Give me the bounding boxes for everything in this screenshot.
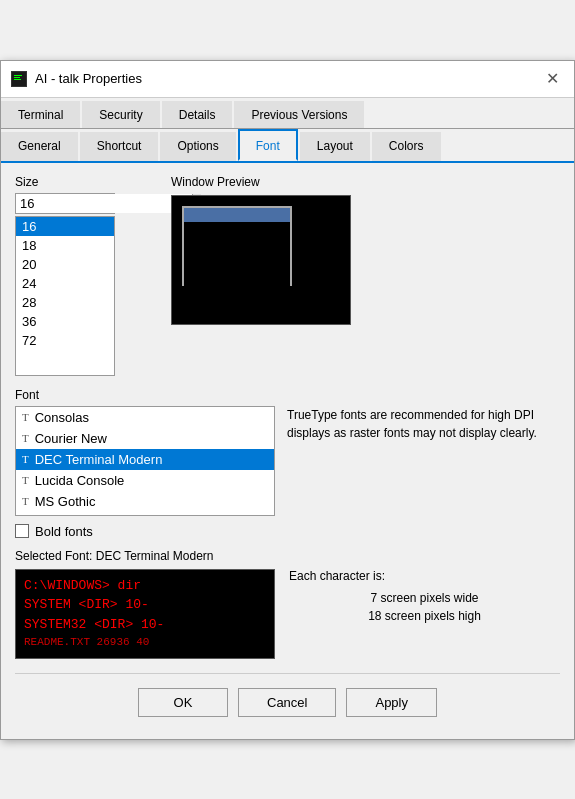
tab-options[interactable]: Options bbox=[160, 132, 235, 161]
font-name-courier-new: Courier New bbox=[35, 431, 107, 446]
window-preview-box bbox=[171, 195, 351, 325]
font-preview-box: C:\WINDOWS> dir SYSTEM <DIR> 10- SYSTEM3… bbox=[15, 569, 275, 659]
size-list[interactable]: 16 18 20 24 28 36 72 bbox=[15, 216, 115, 376]
font-type-icon: T bbox=[22, 453, 29, 465]
font-section: Font T Consolas T Courier New T DEC Term… bbox=[15, 388, 560, 539]
cancel-button[interactable]: Cancel bbox=[238, 688, 336, 717]
tab-details[interactable]: Details bbox=[162, 101, 233, 128]
svg-rect-1 bbox=[14, 75, 22, 76]
char-info-title: Each character is: bbox=[289, 569, 560, 583]
tab-shortcut[interactable]: Shortcut bbox=[80, 132, 159, 161]
font-item-dec-terminal[interactable]: T DEC Terminal Modern bbox=[16, 449, 274, 470]
tab-general[interactable]: General bbox=[1, 132, 78, 161]
tabs-row1: Terminal Security Details Previous Versi… bbox=[1, 98, 574, 129]
tabs-row2: General Shortcut Options Font Layout Col… bbox=[1, 129, 574, 163]
content-area: Size ▲▼ 16 18 20 24 28 36 72 Window Prev… bbox=[1, 163, 574, 739]
close-button[interactable]: ✕ bbox=[540, 67, 564, 91]
top-sections: Size ▲▼ 16 18 20 24 28 36 72 Window Prev… bbox=[15, 175, 560, 376]
font-type-icon: T bbox=[22, 495, 29, 507]
font-section-label: Font bbox=[15, 388, 560, 402]
preview-line-2: SYSTEM <DIR> 10- bbox=[24, 595, 266, 615]
size-input-row: ▲▼ bbox=[15, 193, 115, 214]
font-name-dec-terminal: DEC Terminal Modern bbox=[35, 452, 163, 467]
size-input[interactable] bbox=[16, 194, 192, 213]
size-list-item-72[interactable]: 72 bbox=[16, 331, 114, 350]
selected-font-area: C:\WINDOWS> dir SYSTEM <DIR> 10- SYSTEM3… bbox=[15, 569, 560, 659]
size-list-item-24[interactable]: 24 bbox=[16, 274, 114, 293]
button-row: OK Cancel Apply bbox=[15, 673, 560, 727]
font-item-consolas[interactable]: T Consolas bbox=[16, 407, 274, 428]
bold-fonts-checkbox[interactable] bbox=[15, 524, 29, 538]
window-title: AI - talk Properties bbox=[35, 71, 142, 86]
size-label: Size bbox=[15, 175, 155, 189]
char-height: 18 screen pixels high bbox=[289, 609, 560, 623]
font-item-lucida-console[interactable]: T Lucida Console bbox=[16, 470, 274, 491]
size-list-item-20[interactable]: 20 bbox=[16, 255, 114, 274]
preview-line-4: README.TXT 26936 40 bbox=[24, 634, 266, 651]
font-name-ms-gothic: MS Gothic bbox=[35, 494, 96, 509]
preview-line-3: SYSTEM32 <DIR> 10- bbox=[24, 615, 266, 635]
svg-rect-2 bbox=[14, 77, 20, 78]
title-bar: AI - talk Properties ✕ bbox=[1, 61, 574, 98]
char-info: Each character is: 7 screen pixels wide … bbox=[289, 569, 560, 659]
tab-previous-versions[interactable]: Previous Versions bbox=[234, 101, 364, 128]
bold-fonts-row: Bold fonts bbox=[15, 524, 560, 539]
svg-rect-3 bbox=[14, 79, 21, 80]
size-list-item-28[interactable]: 28 bbox=[16, 293, 114, 312]
apply-button[interactable]: Apply bbox=[346, 688, 437, 717]
preview-window-body bbox=[184, 222, 290, 286]
preview-inner-window bbox=[182, 206, 292, 286]
window-preview-label: Window Preview bbox=[171, 175, 560, 189]
app-icon bbox=[11, 71, 27, 87]
tab-layout[interactable]: Layout bbox=[300, 132, 370, 161]
tab-security[interactable]: Security bbox=[82, 101, 159, 128]
font-type-icon: T bbox=[22, 411, 29, 423]
selected-font-label: Selected Font: DEC Terminal Modern bbox=[15, 549, 560, 563]
tab-colors[interactable]: Colors bbox=[372, 132, 441, 161]
font-hint-text: TrueType fonts are recommended for high … bbox=[287, 406, 560, 516]
properties-window: AI - talk Properties ✕ Terminal Security… bbox=[0, 60, 575, 740]
font-list[interactable]: T Consolas T Courier New T DEC Terminal … bbox=[15, 406, 275, 516]
title-bar-left: AI - talk Properties bbox=[11, 71, 142, 87]
preview-line-1: C:\WINDOWS> dir bbox=[24, 576, 266, 596]
tab-font[interactable]: Font bbox=[238, 129, 298, 161]
char-width: 7 screen pixels wide bbox=[289, 591, 560, 605]
ok-button[interactable]: OK bbox=[138, 688, 228, 717]
font-area: T Consolas T Courier New T DEC Terminal … bbox=[15, 406, 560, 516]
size-section: Size ▲▼ 16 18 20 24 28 36 72 bbox=[15, 175, 155, 376]
font-item-ms-gothic[interactable]: T MS Gothic bbox=[16, 491, 274, 512]
size-list-item-16[interactable]: 16 bbox=[16, 217, 114, 236]
font-type-icon: T bbox=[22, 432, 29, 444]
size-list-item-36[interactable]: 36 bbox=[16, 312, 114, 331]
selected-font-section: Selected Font: DEC Terminal Modern C:\WI… bbox=[15, 549, 560, 659]
preview-title-bar bbox=[184, 208, 290, 222]
tab-terminal[interactable]: Terminal bbox=[1, 101, 80, 128]
font-name-lucida-console: Lucida Console bbox=[35, 473, 125, 488]
font-type-icon: T bbox=[22, 474, 29, 486]
font-name-consolas: Consolas bbox=[35, 410, 89, 425]
window-preview-section: Window Preview bbox=[171, 175, 560, 376]
font-item-courier-new[interactable]: T Courier New bbox=[16, 428, 274, 449]
size-list-item-18[interactable]: 18 bbox=[16, 236, 114, 255]
bold-fonts-label: Bold fonts bbox=[35, 524, 93, 539]
